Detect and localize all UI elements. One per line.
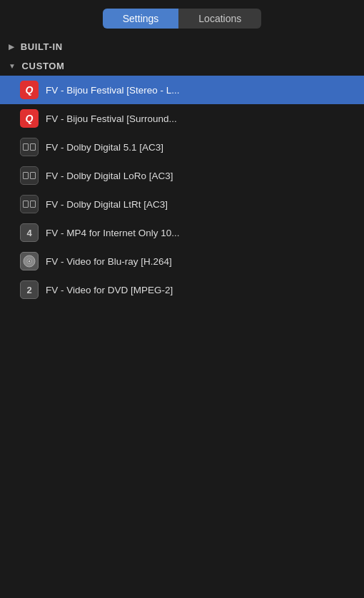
disc-icon (20, 252, 39, 270)
custom-label: CUSTOM (22, 61, 65, 71)
num-icon: 2 (20, 280, 39, 299)
dd-icon (20, 138, 39, 156)
list-item[interactable]: QFV - Bijou Festival [Surround... (0, 104, 364, 133)
item-label: FV - MP4 for Internet Only 10... (46, 228, 355, 238)
dd-icon (20, 166, 39, 185)
tab-settings[interactable]: Settings (103, 9, 179, 29)
list-item[interactable]: FV - Dolby Digital LtRt [AC3] (0, 190, 364, 218)
list-item[interactable]: 4FV - MP4 for Internet Only 10... (0, 218, 364, 247)
list-item[interactable]: FV - Dolby Digital LoRo [AC3] (0, 161, 364, 190)
built-in-arrow: ▶ (9, 43, 15, 51)
num-icon: 4 (20, 223, 39, 242)
list-item[interactable]: FV - Dolby Digital 5.1 [AC3] (0, 133, 364, 161)
tab-locations[interactable]: Locations (178, 9, 261, 29)
item-label: FV - Video for Blu-ray [H.264] (46, 256, 355, 267)
q-icon: Q (20, 109, 39, 128)
item-label: FV - Dolby Digital LtRt [AC3] (46, 199, 355, 210)
item-label: FV - Bijou Festival [Surround... (46, 113, 355, 124)
built-in-label: BUILT-IN (21, 41, 63, 52)
section-custom[interactable]: ▼ CUSTOM (0, 56, 364, 76)
list-item[interactable]: FV - Video for Blu-ray [H.264] (0, 247, 364, 275)
tab-bar: Settings Locations (0, 0, 364, 37)
item-label: FV - Dolby Digital 5.1 [AC3] (46, 142, 355, 153)
item-label: FV - Dolby Digital LoRo [AC3] (46, 171, 355, 181)
list-item[interactable]: 2FV - Video for DVD [MPEG-2] (0, 275, 364, 304)
q-icon: Q (20, 81, 39, 99)
custom-items-list: QFV - Bijou Festival [Stereo - L...QFV -… (0, 76, 364, 304)
list-item[interactable]: QFV - Bijou Festival [Stereo - L... (0, 76, 364, 104)
item-label: FV - Video for DVD [MPEG-2] (46, 285, 355, 295)
svg-point-2 (29, 260, 31, 263)
dd-icon (20, 195, 39, 213)
section-built-in[interactable]: ▶ BUILT-IN (0, 37, 364, 56)
item-label: FV - Bijou Festival [Stereo - L... (46, 85, 355, 96)
custom-arrow: ▼ (9, 62, 16, 70)
